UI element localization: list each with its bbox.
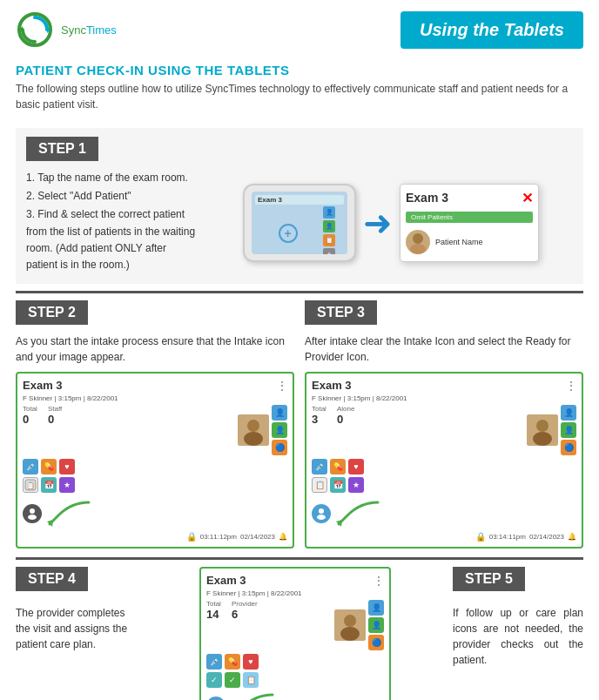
step3-green-arrow: [334, 498, 382, 528]
add-patient-plus[interactable]: +: [279, 224, 298, 243]
step4-check2[interactable]: ✓: [225, 672, 240, 688]
step3-calendar-icon[interactable]: 📅: [330, 477, 346, 493]
step1-inst-2: 2. Select "Add Patient": [26, 188, 200, 205]
step2-staff-val: 0: [48, 413, 62, 426]
step4-green-arrow: [229, 690, 277, 700]
step2-star-icon[interactable]: ★: [59, 477, 75, 493]
step3-alone-val: 0: [337, 413, 354, 426]
page-title: PATIENT CHECK-IN USING THE TABLETS: [16, 63, 583, 77]
step4-provider-icon[interactable]: [206, 697, 225, 700]
step2-date: 02/14/2023: [240, 533, 275, 541]
step4-icon-3[interactable]: 🔵: [368, 635, 384, 650]
step2-doc-avatar: [238, 414, 269, 446]
step2-lock-icon: 🔒: [186, 532, 197, 542]
popup-room-name: Exam 3: [406, 191, 448, 205]
step3-syringe-icon[interactable]: 💉: [312, 459, 327, 475]
step4-card-header: Exam 3 ⋮: [206, 574, 384, 587]
step4-counts: Total 14 Provider 6: [206, 600, 384, 650]
step1-arrow: ➜: [363, 205, 393, 240]
step2-footer: 🔒 03:11:12pm 02/14/2023 🔔: [23, 532, 287, 542]
tablet-title: Exam 3: [255, 195, 344, 205]
step1-label: STEP 1: [26, 137, 98, 161]
step4-provider-val: 6: [232, 608, 258, 621]
step3-provider-icon[interactable]: [312, 504, 331, 523]
step3-icon-3[interactable]: 🔵: [561, 440, 576, 455]
step4-exam-card: Exam 3 ⋮ F Skinner | 3:15pm | 8/22/2001 …: [199, 567, 391, 700]
step2-pill-icon[interactable]: 💊: [41, 459, 57, 475]
step3-menu-dots[interactable]: ⋮: [566, 380, 576, 392]
step3-pill-icon[interactable]: 💊: [330, 459, 346, 475]
svg-point-4: [410, 244, 426, 254]
svg-marker-12: [47, 520, 53, 527]
step4-total-val: 14: [206, 608, 221, 621]
svg-text:📋: 📋: [26, 481, 35, 489]
tablet-mockup: Exam 3 + 👤 👤 📋 +: [243, 184, 356, 262]
popup-header: Exam 3 ✕: [406, 190, 533, 206]
step3-heart-icon[interactable]: ♥: [348, 459, 364, 475]
step3-icons-row1: 💉 💊 ♥: [312, 459, 576, 475]
step2-desc: As you start the intake process ensure t…: [16, 333, 294, 365]
step3-col: STEP 3 After intake clear the Intake Ico…: [305, 300, 583, 549]
step2-heart-icon[interactable]: ♥: [59, 459, 75, 475]
step3-alone-label: Alone: [337, 405, 354, 413]
step4-heart[interactable]: ♥: [243, 654, 259, 670]
icon-status: 📋: [323, 234, 335, 246]
step3-intake-icon[interactable]: 📋: [312, 477, 327, 493]
svg-point-20: [344, 615, 356, 627]
step4-syringe[interactable]: 💉: [206, 654, 222, 670]
page-header: SyncTimes Using the Tablets: [0, 0, 599, 56]
svg-point-16: [319, 508, 324, 514]
step3-bell-icon: 🔔: [568, 533, 576, 541]
step4-patient: F Skinner | 3:15pm | 8/22/2001: [206, 589, 384, 597]
step3-label: STEP 3: [305, 300, 377, 325]
svg-point-17: [317, 515, 326, 520]
popup-subheader: Omit Patients: [406, 212, 533, 223]
step1-section: STEP 1 1. Tap the name of the exam room.…: [16, 128, 583, 284]
step2-syringe-icon[interactable]: 💉: [23, 459, 38, 475]
patient-popup: Exam 3 ✕ Omit Patients Patient Name: [400, 184, 539, 262]
step4-check1[interactable]: ✓: [206, 672, 222, 688]
step1-images: Exam 3 + 👤 👤 📋 +: [209, 184, 573, 262]
step2-intake-selected[interactable]: [23, 504, 42, 523]
step2-menu-dots[interactable]: ⋮: [277, 380, 287, 392]
step2-staff-label: Staff: [48, 405, 62, 413]
step2-icon-2[interactable]: 👤: [272, 422, 287, 438]
step2-card-header: Exam 3 ⋮: [23, 379, 287, 392]
popup-avatar: [406, 230, 430, 254]
step4-total-label: Total: [206, 600, 221, 608]
icon-person1: 👤: [323, 206, 335, 219]
divider-1: [16, 291, 583, 293]
step4-pill[interactable]: 💊: [225, 654, 240, 670]
step3-date: 02/14/2023: [529, 533, 564, 541]
svg-point-21: [340, 627, 360, 641]
step3-icons-row2: 📋 📅 ★: [312, 477, 576, 493]
step2-icon-1[interactable]: 👤: [272, 405, 287, 421]
step4-menu-dots[interactable]: ⋮: [374, 575, 384, 587]
step3-star-icon[interactable]: ★: [348, 477, 364, 493]
step4-check3[interactable]: 📋: [243, 672, 259, 688]
step4-doc-avatar: [334, 609, 366, 641]
step3-icon-1[interactable]: 👤: [561, 405, 576, 421]
step4-desc: The provider completes the visit and ass…: [16, 605, 138, 652]
step2-icon-3[interactable]: 🔵: [272, 440, 287, 455]
top-section: PATIENT CHECK-IN USING THE TABLETS The f…: [16, 56, 583, 128]
logo-times: Times: [86, 24, 117, 37]
tablet-left-col: +: [255, 206, 320, 254]
step5-desc: If follow up or care plan icons are not …: [453, 605, 583, 668]
step3-room: Exam 3: [312, 379, 352, 392]
step1-inst-1: 1. Tap the name of the exam room.: [26, 170, 200, 186]
step3-lock-icon: 🔒: [475, 532, 486, 542]
popup-patient-item[interactable]: Patient Name: [406, 228, 533, 256]
step3-desc: After intake clear the Intake Icon and s…: [305, 333, 583, 365]
step3-icon-2[interactable]: 👤: [561, 422, 576, 438]
step4-provider-row: [206, 690, 384, 700]
step3-exam-card: Exam 3 ⋮ F Skinner | 3:15pm | 8/22/2001 …: [305, 372, 583, 549]
step2-intake-icon[interactable]: 📋: [23, 477, 38, 493]
step2-calendar-icon[interactable]: 📅: [41, 477, 57, 493]
popup-close-icon[interactable]: ✕: [522, 190, 533, 206]
step2-3-row: STEP 2 As you start the intake process e…: [16, 300, 583, 549]
step4-icon-1[interactable]: 👤: [368, 600, 384, 616]
page-desc: The following steps outline how to utili…: [16, 81, 583, 112]
step4-icon-2[interactable]: 👤: [368, 617, 384, 633]
step2-label: STEP 2: [16, 300, 88, 325]
